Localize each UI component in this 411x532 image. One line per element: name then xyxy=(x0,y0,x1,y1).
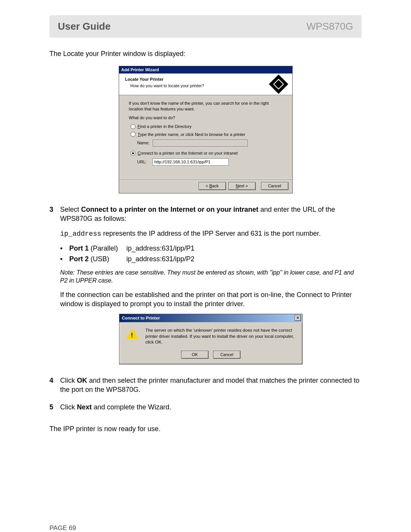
back-button[interactable]: < Back xyxy=(199,182,226,190)
radio-icon xyxy=(131,124,135,129)
next-button[interactable]: Next > xyxy=(228,182,256,190)
close-icon[interactable]: × xyxy=(295,315,301,321)
header-model: WPS870G xyxy=(306,21,353,32)
dialog-titlebar: Connect to Printer × xyxy=(119,314,302,322)
wizard-header: Locate Your Printer How do you want to l… xyxy=(119,73,292,95)
case-sensitive-note: Note: These entries are case sensitive. … xyxy=(60,268,362,285)
step-5: 5 Click Next and complete the Wizard. xyxy=(49,403,362,417)
port-2-value: ip_address:631/ipp/P2 xyxy=(126,254,194,264)
closing-line: The IPP printer is now ready for use. xyxy=(49,424,362,433)
url-field-row: URL: http://192.168.10.1:631/ipp/P1 xyxy=(137,158,282,166)
url-label: URL: xyxy=(137,159,153,165)
radio-find-directory[interactable]: Find a printer in the Directory xyxy=(131,124,282,129)
cancel-button[interactable]: Cancel xyxy=(261,182,288,190)
radio-connect-internet[interactable]: Connect to a printer on the Internet or … xyxy=(131,150,282,156)
step-number: 5 xyxy=(49,403,60,417)
dialog-title-text: Connect to Printer xyxy=(122,315,160,321)
port-2-row: ▪ Port 2 (USB) ip_address:631/ipp/P2 xyxy=(60,254,362,264)
page: User Guide WPS870G The Locate your Print… xyxy=(0,15,411,532)
step-3-ip-line: ip_address represents the IP address of … xyxy=(60,229,362,238)
dialog-body: The server on which the 'unknown' printe… xyxy=(119,322,302,347)
wizard-prompt: What do you want to do? xyxy=(129,115,282,121)
printer-icon xyxy=(269,75,288,94)
step-body: Click Next and complete the Wizard. xyxy=(60,403,362,417)
dialog-buttons: OK Cancel xyxy=(119,347,302,364)
header-bar: User Guide WPS870G xyxy=(49,15,362,38)
step-number: 4 xyxy=(49,376,60,400)
wizard-titlebar: Add Printer Wizard xyxy=(119,66,292,73)
page-number: PAGE 69 xyxy=(49,524,76,532)
dialog-message: The server on which the 'unknown' printe… xyxy=(145,328,297,345)
step-body: Select Connect to a printer on the Inter… xyxy=(60,205,362,373)
step-3-instruction: Select Connect to a printer on the Inter… xyxy=(60,205,362,224)
connect-to-printer-dialog: Connect to Printer × The server on which… xyxy=(119,314,303,364)
ok-button[interactable]: OK xyxy=(181,351,209,359)
name-field-row: Name: xyxy=(137,139,282,147)
warning-icon xyxy=(126,328,139,339)
wizard-note: If you don't know the name of the printe… xyxy=(129,101,282,112)
bullet-icon: ▪ xyxy=(60,254,69,264)
name-label: Name: xyxy=(137,140,153,146)
dialog-screenshot: Connect to Printer × The server on which… xyxy=(60,314,362,364)
radio-type-name[interactable]: Type the printer name, or click Next to … xyxy=(131,132,282,137)
step-5-instruction: Click Next and complete the Wizard. xyxy=(60,403,362,412)
intro-text: The Locate your Printer window is displa… xyxy=(49,49,362,58)
step-number: 3 xyxy=(49,205,60,373)
name-input[interactable] xyxy=(153,139,248,147)
content: The Locate your Printer window is displa… xyxy=(49,49,362,433)
header-title: User Guide xyxy=(58,21,111,32)
url-input[interactable]: http://192.168.10.1:631/ipp/P1 xyxy=(153,158,229,166)
wizard-screenshot: Add Printer Wizard Locate Your Printer H… xyxy=(49,66,362,193)
radio-icon xyxy=(131,151,135,156)
wizard-footer: < Back Next > Cancel xyxy=(119,179,292,193)
step-3-connection-para: If the connection can be established and… xyxy=(60,290,362,309)
port-1-value: ip_address:631/ipp/P1 xyxy=(126,244,194,253)
step-4: 4 Click OK and then select the printer m… xyxy=(49,376,362,400)
bullet-icon: ▪ xyxy=(60,244,69,253)
wizard-body: If you don't know the name of the printe… xyxy=(119,95,292,179)
wizard-header-text: Locate Your Printer How do you want to l… xyxy=(125,77,204,89)
wizard-header-sub: How do you want to locate your printer? xyxy=(131,83,204,89)
wizard-header-title: Locate Your Printer xyxy=(125,77,204,82)
step-4-instruction: Click OK and then select the printer man… xyxy=(60,376,362,395)
radio-icon xyxy=(131,132,135,137)
step-3: 3 Select Connect to a printer on the Int… xyxy=(49,205,362,373)
add-printer-wizard: Add Printer Wizard Locate Your Printer H… xyxy=(119,66,293,193)
port-1-row: ▪ Port 1 (Parallel) ip_address:631/ipp/P… xyxy=(60,244,362,253)
step-body: Click OK and then select the printer man… xyxy=(60,376,362,400)
port-table: ▪ Port 1 (Parallel) ip_address:631/ipp/P… xyxy=(60,244,362,264)
cancel-button[interactable]: Cancel xyxy=(213,351,241,359)
